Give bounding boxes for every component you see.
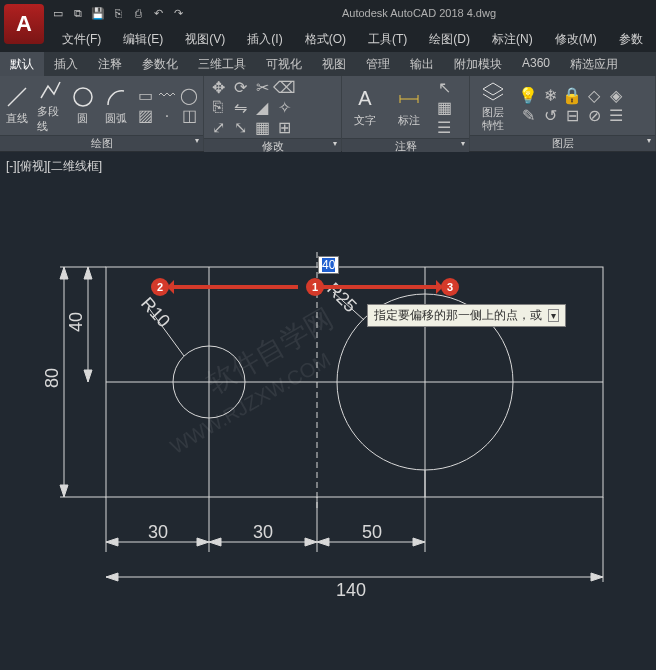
plot-icon[interactable]: ⎙ [130, 5, 146, 21]
circle-button[interactable]: 圆 [70, 79, 97, 133]
marker-2: 2 [151, 278, 169, 296]
panel-draw-title[interactable]: 绘图 [0, 135, 203, 151]
svg-marker-34 [413, 538, 425, 546]
line-button[interactable]: 直线 [4, 79, 31, 133]
marker-3: 3 [441, 278, 459, 296]
ellipse-icon[interactable]: ◯ [179, 87, 199, 105]
mirror-icon[interactable]: ⇋ [230, 98, 250, 116]
menu-edit[interactable]: 编辑(E) [113, 29, 173, 50]
cad-drawing: 80 40 30 30 50 140 R10 R25 [0, 152, 656, 670]
menu-tools[interactable]: 工具(T) [358, 29, 417, 50]
menu-format[interactable]: 格式(O) [295, 29, 356, 50]
title-bar: ▭ ⧉ 💾 ⎘ ⎙ ↶ ↷ Autodesk AutoCAD 2018 4.dw… [0, 0, 656, 26]
point-icon[interactable]: · [157, 107, 177, 125]
mtext-icon[interactable]: ☰ [434, 118, 454, 136]
layer-tools: 💡 ❄ 🔒 ◇ ◈ ✎ ↺ ⊟ ⊘ ☰ [518, 87, 626, 125]
layer-prev-icon[interactable]: ↺ [540, 107, 560, 125]
text-button[interactable]: A 文字 [346, 80, 384, 134]
menu-bar: 文件(F) 编辑(E) 视图(V) 插入(I) 格式(O) 工具(T) 绘图(D… [0, 26, 656, 52]
open-icon[interactable]: ⧉ [70, 5, 86, 21]
menu-insert[interactable]: 插入(I) [237, 29, 292, 50]
array-icon[interactable]: ▦ [252, 118, 272, 136]
region-icon[interactable]: ◫ [179, 107, 199, 125]
move-icon[interactable]: ✥ [208, 78, 228, 96]
tab-view[interactable]: 视图 [312, 52, 356, 76]
new-icon[interactable]: ▭ [50, 5, 66, 21]
app-menu-button[interactable]: A [4, 4, 44, 44]
panel-draw: 直线 多段线 圆 圆弧 ▭ 〰 ◯ ▨ · ◫ 绘图 [0, 76, 204, 151]
tab-default[interactable]: 默认 [0, 52, 44, 76]
line-label: 直线 [6, 111, 28, 126]
text-label: 文字 [354, 113, 376, 128]
dynamic-input-value: 40 [322, 258, 335, 272]
tab-parametric[interactable]: 参数化 [132, 52, 188, 76]
layer-match-icon[interactable]: ✎ [518, 107, 538, 125]
marker-1: 1 [306, 278, 324, 296]
circle-label: 圆 [77, 111, 88, 126]
erase-icon[interactable]: ⌫ [274, 78, 294, 96]
undo-icon[interactable]: ↶ [150, 5, 166, 21]
stretch-icon[interactable]: ⤢ [208, 118, 228, 136]
layer-iso-icon[interactable]: ◈ [606, 87, 626, 105]
tooltip-menu-icon[interactable]: ▾ [548, 309, 559, 322]
layer-props-label: 图层 特性 [482, 106, 504, 130]
layer-color-icon[interactable]: ◇ [584, 87, 604, 105]
offset-icon[interactable]: ⊞ [274, 118, 294, 136]
panel-layers-title[interactable]: 图层 [470, 135, 655, 151]
fillet-icon[interactable]: ◢ [252, 98, 272, 116]
dimension-label: 标注 [398, 113, 420, 128]
tab-annotate[interactable]: 注释 [88, 52, 132, 76]
hatch-icon[interactable]: ▨ [135, 107, 155, 125]
menu-file[interactable]: 文件(F) [52, 29, 111, 50]
svg-point-1 [74, 88, 92, 106]
tab-manage[interactable]: 管理 [356, 52, 400, 76]
polyline-button[interactable]: 多段线 [37, 79, 64, 133]
tab-featured[interactable]: 精选应用 [560, 52, 628, 76]
copy-icon[interactable]: ⎘ [208, 98, 228, 116]
menu-view[interactable]: 视图(V) [175, 29, 235, 50]
explode-icon[interactable]: ✧ [274, 98, 294, 116]
layer-properties-button[interactable]: 图层 特性 [474, 79, 512, 133]
rotate-icon[interactable]: ⟳ [230, 78, 250, 96]
menu-modify[interactable]: 修改(M) [545, 29, 607, 50]
layer-freeze-icon[interactable]: ❄ [540, 87, 560, 105]
dimension-icon [397, 87, 421, 111]
saveas-icon[interactable]: ⎘ [110, 5, 126, 21]
trim-icon[interactable]: ✂ [252, 78, 272, 96]
svg-marker-18 [60, 485, 68, 497]
circle-icon [71, 85, 95, 109]
ribbon-tabs: 默认 插入 注释 参数化 三维工具 可视化 视图 管理 输出 附加模块 A360… [0, 52, 656, 76]
panel-layers: 图层 特性 💡 ❄ 🔒 ◇ ◈ ✎ ↺ ⊟ ⊘ ☰ 图层 [470, 76, 656, 151]
line-icon [5, 85, 29, 109]
tab-visualize[interactable]: 可视化 [256, 52, 312, 76]
scale-icon[interactable]: ⤡ [230, 118, 250, 136]
dim-r10: R10 [137, 293, 174, 331]
leader-icon[interactable]: ↖ [434, 78, 454, 96]
layer-lock-icon[interactable]: 🔒 [562, 87, 582, 105]
rectangle-icon[interactable]: ▭ [135, 87, 155, 105]
tab-addins[interactable]: 附加模块 [444, 52, 512, 76]
menu-dimension[interactable]: 标注(N) [482, 29, 543, 50]
dimension-button[interactable]: 标注 [390, 80, 428, 134]
tab-insert[interactable]: 插入 [44, 52, 88, 76]
layer-state-icon[interactable]: ⊟ [562, 107, 582, 125]
tab-a360[interactable]: A360 [512, 52, 560, 76]
dynamic-input[interactable]: 40 [318, 256, 339, 274]
menu-draw[interactable]: 绘图(D) [419, 29, 480, 50]
spline-icon[interactable]: 〰 [157, 87, 177, 105]
layer-off-icon[interactable]: ⊘ [584, 107, 604, 125]
arc-button[interactable]: 圆弧 [102, 79, 129, 133]
table-icon[interactable]: ▦ [434, 98, 454, 116]
svg-marker-30 [197, 538, 209, 546]
save-icon[interactable]: 💾 [90, 5, 106, 21]
tab-3dtools[interactable]: 三维工具 [188, 52, 256, 76]
tab-output[interactable]: 输出 [400, 52, 444, 76]
layer-walk-icon[interactable]: ☰ [606, 107, 626, 125]
layers-icon [481, 80, 505, 104]
svg-line-0 [8, 88, 26, 106]
redo-icon[interactable]: ↷ [170, 5, 186, 21]
window-title: Autodesk AutoCAD 2018 4.dwg [186, 7, 652, 19]
menu-param[interactable]: 参数 [609, 29, 653, 50]
layer-on-icon[interactable]: 💡 [518, 87, 538, 105]
drawing-area[interactable]: [-][俯视][二维线框] [0, 152, 656, 670]
